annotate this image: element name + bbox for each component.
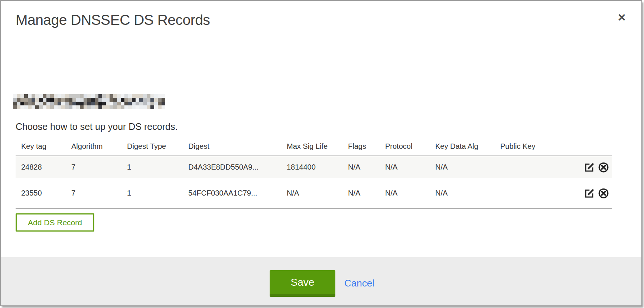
cell-digest: D4A33E8DD550A9...	[183, 156, 281, 178]
edit-record-button[interactable]	[584, 162, 595, 173]
dialog-title: Manage DNSSEC DS Records	[16, 12, 210, 28]
manage-dnssec-dialog: Manage DNSSEC DS Records ✕ Choose how to…	[0, 0, 642, 306]
instruction-text: Choose how to set up your DS records.	[16, 121, 178, 132]
col-header-key-tag: Key tag	[16, 137, 66, 156]
col-header-flags: Flags	[342, 137, 380, 156]
cell-key-tag: 23550	[16, 178, 66, 209]
cell-algorithm: 7	[66, 156, 121, 178]
save-button[interactable]: Save	[270, 270, 335, 297]
cell-key-data-alg: N/A	[430, 156, 495, 178]
edit-record-button[interactable]	[584, 188, 595, 199]
cell-public-key	[495, 156, 556, 178]
cell-protocol: N/A	[380, 156, 430, 178]
table-row: 23550 7 1 54FCF030AA1C79... N/A N/A N/A …	[16, 178, 612, 209]
col-header-max-sig-life: Max Sig Life	[281, 137, 342, 156]
col-header-digest-type: Digest Type	[121, 137, 183, 156]
col-header-actions	[556, 137, 612, 156]
col-header-key-data-alg: Key Data Alg	[430, 137, 495, 156]
table-header-row: Key tag Algorithm Digest Type Digest Max…	[16, 137, 612, 156]
delete-record-button[interactable]	[598, 162, 609, 173]
redacted-domain	[13, 94, 165, 109]
cell-algorithm: 7	[66, 178, 121, 209]
cell-flags: N/A	[342, 178, 380, 209]
col-header-protocol: Protocol	[380, 137, 430, 156]
cell-public-key	[495, 178, 556, 209]
cell-max-sig-life: N/A	[281, 178, 342, 209]
cancel-link[interactable]: Cancel	[344, 278, 374, 289]
delete-record-button[interactable]	[598, 188, 609, 199]
cell-flags: N/A	[342, 156, 380, 178]
cell-digest-type: 1	[121, 156, 183, 178]
delete-icon	[598, 162, 609, 173]
close-icon[interactable]: ✕	[614, 10, 630, 26]
cell-protocol: N/A	[380, 178, 430, 209]
cell-key-data-alg: N/A	[430, 178, 495, 209]
col-header-algorithm: Algorithm	[66, 137, 121, 156]
cell-max-sig-life: 1814400	[281, 156, 342, 178]
delete-icon	[598, 188, 609, 199]
col-header-digest: Digest	[183, 137, 281, 156]
cell-key-tag: 24828	[16, 156, 66, 178]
edit-icon	[584, 162, 595, 173]
table-row: 24828 7 1 D4A33E8DD550A9... 1814400 N/A …	[16, 156, 612, 178]
ds-records-table: Key tag Algorithm Digest Type Digest Max…	[16, 137, 612, 209]
cell-digest: 54FCF030AA1C79...	[183, 178, 281, 209]
cell-digest-type: 1	[121, 178, 183, 209]
add-ds-record-button[interactable]: Add DS Record	[16, 213, 94, 232]
edit-icon	[584, 188, 595, 199]
col-header-public-key: Public Key	[495, 137, 556, 156]
